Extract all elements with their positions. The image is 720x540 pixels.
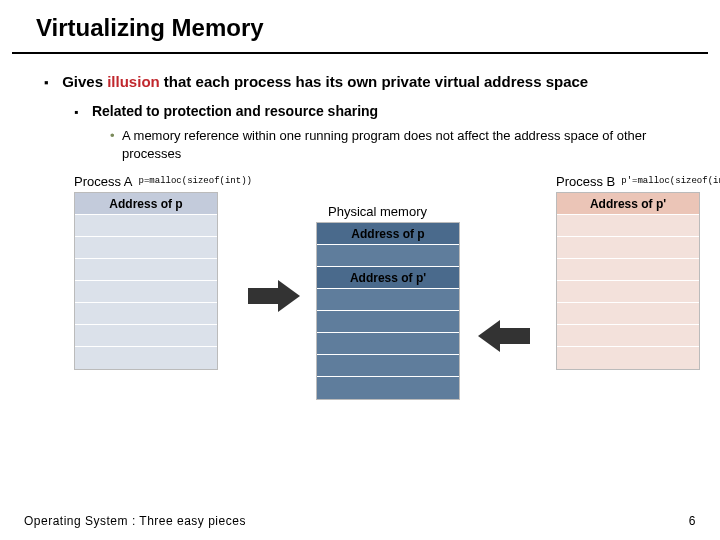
phys-addr-pprime: Address of p' xyxy=(317,267,459,289)
page-number: 6 xyxy=(689,514,696,528)
phys-cell xyxy=(317,355,459,377)
process-b-label: Process B xyxy=(556,174,615,189)
process-a-cell xyxy=(75,303,217,325)
phys-cell xyxy=(317,245,459,267)
process-b-cell xyxy=(557,215,699,237)
process-a-code: p=malloc(sizeof(int)) xyxy=(139,176,252,186)
process-a-cell xyxy=(75,237,217,259)
footer: Operating System : Three easy pieces 6 xyxy=(24,514,696,528)
process-b-cell xyxy=(557,281,699,303)
bullet-1: Gives illusion that each process has its… xyxy=(44,72,686,162)
process-a-cell xyxy=(75,325,217,347)
slide-title: Virtualizing Memory xyxy=(12,0,708,54)
process-a-addr: Address of p xyxy=(75,193,217,215)
phys-cell xyxy=(317,289,459,311)
process-a-cell xyxy=(75,347,217,369)
process-b-stack: Address of p' xyxy=(556,192,700,370)
process-b-code: p'=malloc(sizeof(int)) xyxy=(621,176,720,186)
process-a-label: Process A xyxy=(74,174,133,189)
bullet-3: A memory reference within one running pr… xyxy=(110,127,686,162)
process-b-cell xyxy=(557,347,699,369)
footer-text: Operating System : Three easy pieces xyxy=(24,514,246,528)
physical-memory-column: Address of p Address of p' xyxy=(316,222,460,400)
process-a-cell xyxy=(75,281,217,303)
bullet-1-illusion: illusion xyxy=(107,73,160,90)
bullet-1-pre: Gives xyxy=(62,73,107,90)
process-b-cell xyxy=(557,259,699,281)
process-b-addr: Address of p' xyxy=(557,193,699,215)
process-a-cell xyxy=(75,215,217,237)
bullet-2: Related to protection and resource shari… xyxy=(74,102,686,162)
process-b-cell xyxy=(557,303,699,325)
process-b-cell xyxy=(557,325,699,347)
svg-marker-1 xyxy=(478,320,530,352)
process-a-cell xyxy=(75,259,217,281)
bullet-2-text: Related to protection and resource shari… xyxy=(92,103,378,119)
slide-content: Gives illusion that each process has its… xyxy=(0,72,720,422)
bullet-1-post: that each process has its own private vi… xyxy=(160,73,589,90)
arrow-b-to-phys xyxy=(478,320,530,352)
process-a-stack: Address of p xyxy=(74,192,218,370)
process-a-column: Process A p=malloc(sizeof(int)) Address … xyxy=(74,172,218,370)
svg-marker-0 xyxy=(248,280,300,312)
phys-cell xyxy=(317,377,459,399)
physical-memory-label: Physical memory xyxy=(328,204,427,219)
process-b-cell xyxy=(557,237,699,259)
physical-memory-stack: Address of p Address of p' xyxy=(316,222,460,400)
arrow-a-to-phys xyxy=(248,280,300,312)
phys-addr-p: Address of p xyxy=(317,223,459,245)
process-b-column: Process B p'=malloc(sizeof(int)) Address… xyxy=(556,172,700,370)
phys-cell xyxy=(317,311,459,333)
phys-cell xyxy=(317,333,459,355)
memory-diagram: Process A p=malloc(sizeof(int)) Address … xyxy=(44,172,686,422)
